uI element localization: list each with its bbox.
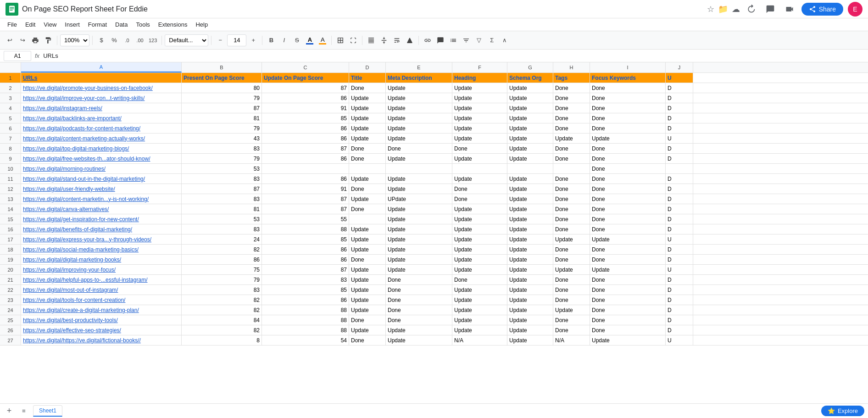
cell-r20c7[interactable]: Update [553,265,590,274]
cell-r16c6[interactable]: Update [507,224,553,234]
function-button[interactable]: Σ [486,34,498,47]
cell-r9c1[interactable]: 79 [182,154,262,163]
cell-r17c9[interactable]: U [666,234,693,244]
cell-r12c1[interactable]: 87 [182,184,262,194]
cell-r26c9[interactable]: D [666,325,693,335]
cell-r20c2[interactable]: 87 [262,265,349,274]
cell-r17c7[interactable]: Update [553,234,590,244]
cell-r16c2[interactable]: 88 [262,224,349,234]
cell-r20c8[interactable]: Update [590,265,666,274]
cell-r24c3[interactable]: Update [349,305,386,315]
cell-r25c7[interactable]: Done [553,315,590,325]
video-icon[interactable] [782,2,797,17]
cell-r22c4[interactable]: Done [386,285,452,295]
cell-r3c8[interactable]: Done [590,93,666,103]
cell-r7c7[interactable]: Update [553,134,590,143]
cell-r25c5[interactable]: Update [452,315,507,325]
cell-r20c1[interactable]: 75 [182,265,262,274]
cell-r15c5[interactable]: Update [452,214,507,224]
cell-r23c9[interactable]: D [666,295,693,305]
cell-r22c2[interactable]: 85 [262,285,349,295]
cell-r14c5[interactable]: Update [452,204,507,214]
cell-r19c7[interactable]: Done [553,255,590,264]
menu-view[interactable]: View [40,20,60,29]
col-header-f[interactable]: F [452,62,507,72]
cell-r21c1[interactable]: 79 [182,275,262,284]
cell-r25c1[interactable]: 84 [182,315,262,325]
history-icon[interactable] [744,2,758,17]
col-header-a[interactable]: A [21,62,182,72]
cell-r11c0[interactable]: https://ve.digital/stand-out-in-the-digi… [21,174,182,184]
cell-r9c7[interactable]: Done [553,154,590,163]
font-size-increase-button[interactable]: + [247,34,259,47]
cell-r6c9[interactable]: D [666,123,693,133]
cell-r25c9[interactable]: D [666,315,693,325]
menu-insert[interactable]: Insert [61,20,83,29]
cell-r14c2[interactable]: 87 [262,204,349,214]
cell-r11c3[interactable]: Update [349,174,386,184]
cell-r18c6[interactable]: Update [507,245,553,254]
cell-r14c0[interactable]: https://ve.digital/canva-alternatives/ [21,204,182,214]
cell-r16c5[interactable]: Update [452,224,507,234]
cell-r4c1[interactable]: 87 [182,103,262,113]
cell-h1[interactable]: Tags [553,73,590,83]
format-num-button[interactable]: 123 [147,34,159,47]
cell-r10c2[interactable] [262,164,349,173]
cell-r17c4[interactable]: Update [386,234,452,244]
cell-r9c8[interactable]: Done [590,154,666,163]
cell-r10c4[interactable] [386,164,452,173]
cell-r15c7[interactable]: Done [553,214,590,224]
font-size-input[interactable] [227,34,246,46]
cell-b1[interactable]: Present On Page Score [182,73,262,83]
cell-r2c9[interactable]: D [666,83,693,93]
cell-r21c4[interactable]: Done [386,275,452,284]
decimal-decrease-button[interactable]: .0 [121,34,133,47]
cell-r19c3[interactable]: Done [349,255,386,264]
folder-icon[interactable]: 📁 [718,4,728,14]
cell-r5c3[interactable]: Update [349,113,386,123]
cell-r10c5[interactable] [452,164,507,173]
col-header-j[interactable]: J [666,62,693,72]
cell-r4c4[interactable]: Update [386,103,452,113]
cell-r2c6[interactable]: Update [507,83,553,93]
cell-r12c3[interactable]: Done [349,184,386,194]
cell-r14c9[interactable]: D [666,204,693,214]
cell-r17c5[interactable]: Update [452,234,507,244]
cell-r11c4[interactable]: Update [386,174,452,184]
cell-r23c5[interactable]: Update [452,295,507,305]
cell-d1[interactable]: Title [349,73,386,83]
cell-r8c4[interactable]: Done [386,144,452,153]
cell-r13c6[interactable]: Update [507,194,553,204]
cell-r16c8[interactable]: Done [590,224,666,234]
merge-button[interactable] [347,34,359,47]
cell-r27c7[interactable]: N/A [553,335,590,345]
cell-r4c7[interactable]: Done [553,103,590,113]
cell-r13c8[interactable]: Done [590,194,666,204]
cell-r17c8[interactable]: Update [590,234,666,244]
cell-r3c0[interactable]: https://ve.digital/improve-your-con...t-… [21,93,182,103]
cell-i1[interactable]: Focus Keywords [590,73,666,83]
cell-r7c1[interactable]: 43 [182,134,262,143]
cell-r15c1[interactable]: 53 [182,214,262,224]
cell-r6c6[interactable]: Update [507,123,553,133]
cell-r2c4[interactable]: Update [386,83,452,93]
cell-r11c7[interactable]: Done [553,174,590,184]
cell-r26c1[interactable]: 82 [182,325,262,335]
font-select[interactable]: Default... [165,34,208,46]
cell-f1[interactable]: Heading [452,73,507,83]
star-icon[interactable]: ☆ [707,4,714,14]
cell-r16c7[interactable]: Done [553,224,590,234]
cell-r15c8[interactable]: Done [590,214,666,224]
cloud-icon[interactable]: ☁ [732,4,740,14]
cell-r18c2[interactable]: 86 [262,245,349,254]
cell-r8c5[interactable]: Done [452,144,507,153]
cell-r2c0[interactable]: https://ve.digital/promote-your-business… [21,83,182,93]
cell-r8c1[interactable]: 83 [182,144,262,153]
cell-r26c5[interactable]: Update [452,325,507,335]
cell-r12c6[interactable]: Update [507,184,553,194]
cell-r7c0[interactable]: https://ve.digital/content-marketing-act… [21,134,182,143]
borders-button[interactable] [334,34,346,47]
cell-a1[interactable]: URLs [21,73,182,83]
cell-r11c6[interactable]: Update [507,174,553,184]
cell-r2c5[interactable]: Update [452,83,507,93]
